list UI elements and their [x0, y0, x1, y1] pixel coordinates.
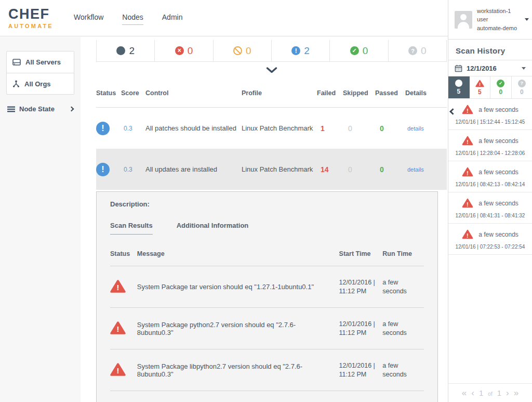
filter-label: All Servers — [25, 58, 61, 66]
nav-item-nodes[interactable]: Nodes — [122, 13, 143, 25]
results-table-header: Status Message Start Time Run Time — [110, 250, 424, 266]
scan-history-entry[interactable]: ! a few seconds 12/01/16 | 15:12:44 - 15… — [448, 99, 532, 130]
scan-history-title: Scan History — [456, 46, 532, 55]
expand-summary-toggle[interactable] — [96, 62, 447, 79]
header-score: Score — [121, 89, 145, 97]
warning-triangle-icon: ! — [462, 136, 473, 146]
page-of-label: of — [488, 391, 492, 397]
entry-time-range: 12/01/16 | 07:22:53 - 07:22:54 — [450, 244, 530, 250]
details-link[interactable]: details — [407, 166, 424, 173]
control-name: All patches should be installed — [145, 124, 242, 132]
scan-history-entry[interactable]: ! a few seconds 12/01/16 | 08:42:13 - 08… — [448, 161, 532, 192]
summary-total[interactable]: 2 — [96, 40, 155, 62]
result-start-time: 12/01/2016 | 11:12 PM — [339, 278, 383, 296]
user-avatar — [455, 11, 472, 29]
summary-passed[interactable]: 0 — [330, 40, 388, 62]
scan-stats-row: 5 ! 5 0 0 — [448, 76, 532, 99]
nav-item-workflow[interactable]: Workflow — [74, 13, 103, 25]
summary-warning[interactable]: 2 — [272, 40, 330, 62]
summary-unknown[interactable]: 0 — [389, 40, 447, 62]
warning-triangle-icon: ! — [110, 362, 126, 377]
svg-text:!: ! — [467, 232, 469, 239]
stat-failed[interactable]: ! 5 — [470, 76, 491, 98]
stat-count: 5 — [457, 88, 460, 95]
warning-triangle-icon: ! — [110, 321, 126, 335]
controls-table-header: Status Score Control Profile Failed Skip… — [96, 79, 447, 108]
selected-date: 12/1/2016 — [467, 64, 517, 72]
unknown-question-icon — [408, 46, 417, 55]
header-run-time: Run Time — [382, 250, 424, 257]
user-name: workstation-1 user — [477, 7, 520, 24]
tab-scan-results[interactable]: Scan Results — [110, 222, 153, 235]
last-page-button[interactable]: » — [514, 388, 518, 398]
svg-text:!: ! — [467, 170, 469, 176]
summary-count: 0 — [246, 45, 251, 57]
result-row[interactable]: ! System Package libpython2.7 version sh… — [110, 349, 424, 391]
date-selector[interactable]: 12/1/2016 — [448, 60, 532, 76]
result-message: System Package tar version should eq "1.… — [137, 283, 339, 291]
logo-automate-text: AUTOMATE — [8, 23, 60, 29]
header-passed: Passed — [375, 89, 405, 97]
entry-duration: a few seconds — [478, 137, 518, 145]
header-skipped: Skipped — [343, 89, 375, 97]
failed-x-icon — [175, 46, 184, 55]
tab-additional-information[interactable]: Additional Information — [177, 222, 249, 235]
next-page-button[interactable]: › — [506, 388, 509, 398]
chef-automate-logo: CHEF AUTOMATE — [8, 7, 60, 29]
warning-triangle-icon: ! — [110, 279, 126, 293]
control-row-patches[interactable]: 0.3 All patches should be installed Linu… — [96, 108, 447, 149]
stat-count: 5 — [478, 88, 482, 96]
result-start-time: 12/01/2016 | 11:12 PM — [339, 361, 383, 379]
header-status: Status — [110, 250, 137, 257]
details-link[interactable]: details — [407, 125, 424, 132]
summary-failed[interactable]: 0 — [155, 40, 213, 62]
scan-history-entry[interactable]: ! a few seconds 12/01/16 | 08:41:31 - 08… — [448, 192, 532, 224]
node-state-label: Node State — [19, 105, 55, 113]
warning-triangle-icon: ! — [475, 80, 484, 87]
entry-duration: a few seconds — [478, 200, 518, 207]
stat-total[interactable]: 5 — [448, 76, 470, 98]
svg-text:!: ! — [467, 139, 469, 145]
entry-time-range: 12/01/16 | 12:28:04 - 12:28:06 — [450, 150, 530, 156]
control-score: 0.3 — [121, 125, 145, 132]
summary-skipped[interactable]: 0 — [214, 40, 272, 62]
skipped-count: 0 — [343, 165, 375, 174]
control-score: 0.3 — [121, 166, 145, 173]
stat-count: 0 — [499, 88, 502, 96]
previous-page-button[interactable]: ‹ — [471, 388, 474, 398]
passed-count: 0 — [375, 124, 405, 133]
chevron-right-icon — [69, 107, 74, 112]
scan-history-entry[interactable]: ! a few seconds 12/01/16 | 07:22:53 - 07… — [448, 224, 532, 255]
nav-item-admin[interactable]: Admin — [162, 13, 183, 25]
stat-unknown[interactable]: 0 — [512, 76, 532, 98]
svg-text:!: ! — [117, 325, 119, 333]
unknown-question-icon — [518, 80, 526, 87]
node-state-nav[interactable]: Node State — [7, 105, 73, 113]
entry-time-range: 12/01/16 | 08:42:13 - 08:42:14 — [450, 181, 530, 187]
left-sidebar: All Servers All Orgs Node State — [0, 37, 81, 402]
failed-count: 1 — [317, 124, 343, 133]
passed-check-icon — [350, 46, 359, 55]
result-row[interactable]: ! System Package python2.7 version shoul… — [110, 308, 424, 349]
user-menu[interactable]: workstation-1 user automate-demo — [448, 0, 532, 40]
app-header: CHEF AUTOMATE Workflow Nodes Admin — [0, 0, 448, 36]
logo-chef-text: CHEF — [8, 7, 60, 21]
result-row[interactable]: ! System Package tar version should eq "… — [110, 266, 424, 308]
warning-exclamation-icon — [291, 46, 300, 55]
control-name: All updates are installed — [145, 165, 242, 173]
filter-all-servers[interactable]: All Servers — [7, 51, 74, 73]
skipped-count: 0 — [343, 124, 375, 133]
scan-history-entry[interactable]: ! a few seconds 12/01/16 | 12:28:04 - 12… — [448, 130, 532, 161]
total-pages: 1 — [497, 388, 501, 397]
filter-all-orgs[interactable]: All Orgs — [7, 73, 74, 94]
control-row-updates[interactable]: 0.3 All updates are installed Linux Patc… — [96, 149, 447, 190]
first-page-button[interactable]: « — [462, 388, 467, 398]
scan-history-pagination: « ‹ 1 of 1 › » — [448, 383, 532, 402]
result-run-time: a few seconds — [382, 278, 424, 296]
total-circle-icon — [116, 46, 125, 55]
stat-passed[interactable]: 0 — [490, 76, 512, 98]
svg-text:!: ! — [467, 108, 469, 114]
summary-count: 0 — [421, 45, 427, 57]
controls-table: Status Score Control Profile Failed Skip… — [96, 79, 447, 190]
warning-triangle-icon: ! — [462, 229, 473, 239]
